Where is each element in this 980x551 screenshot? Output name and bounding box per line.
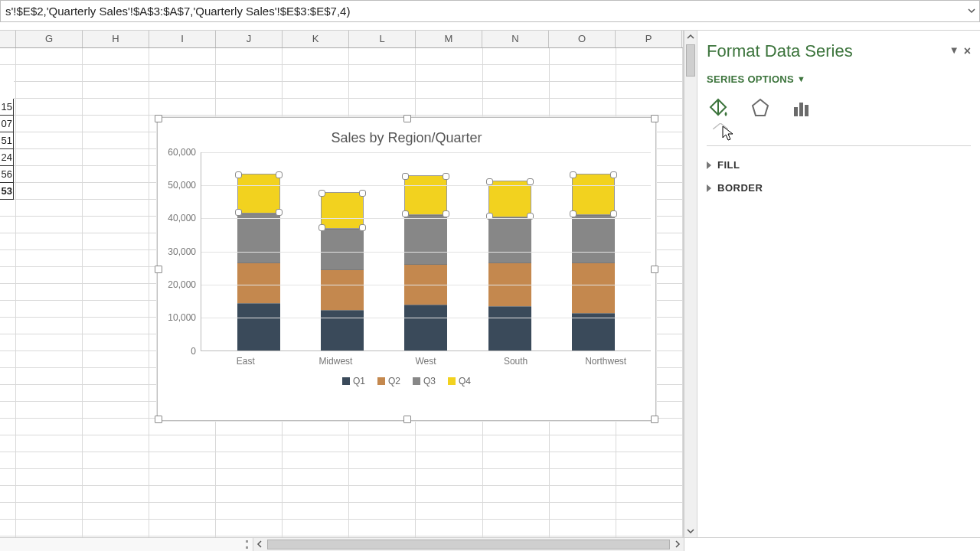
partial-left-column: 15 07 51 24 56 53: [0, 65, 14, 200]
bar-segment-q4[interactable]: [321, 192, 364, 229]
bar-segment-q3[interactable]: [237, 214, 280, 262]
bar-segment-q1[interactable]: [404, 305, 447, 350]
col-header[interactable]: M: [416, 31, 482, 47]
sheet-tab-area[interactable]: [0, 538, 253, 551]
col-header[interactable]: K: [283, 31, 349, 47]
legend-item[interactable]: Q4: [448, 376, 471, 386]
bar-segment-q4[interactable]: [572, 174, 615, 215]
x-tick-label: West: [389, 356, 462, 367]
col-header[interactable]: H: [83, 31, 149, 47]
column-headers[interactable]: G H I J K L M N O P: [0, 31, 683, 48]
y-tick-label: 50,000: [168, 180, 196, 191]
horizontal-scrollbar[interactable]: [253, 538, 684, 551]
pane-close-icon[interactable]: ×: [964, 45, 971, 57]
pane-title-row: Format Data Series ▼ ×: [707, 41, 971, 61]
bar-segment-q3[interactable]: [321, 229, 364, 269]
y-tick-label: 40,000: [168, 213, 196, 223]
formula-bar[interactable]: s'!$E$2,'Quarterly Sales'!$A$3:$A$7,'Qua…: [0, 0, 980, 22]
series-options-tab-icon[interactable]: [789, 96, 814, 120]
expand-triangle-icon: [707, 184, 711, 192]
format-tab-icons: [707, 96, 971, 134]
active-tab-indicator: [713, 123, 728, 129]
legend-label: Q4: [459, 376, 471, 386]
legend-swatch: [342, 377, 350, 385]
cell-fragment: 56: [0, 166, 14, 183]
bar-segment-q4[interactable]: [237, 174, 280, 214]
cell-fragment: 07: [0, 116, 14, 132]
cell-fragment: 15: [0, 99, 14, 116]
svg-rect-3: [805, 105, 808, 116]
header-corner: [0, 31, 16, 47]
x-tick-label: Northwest: [569, 356, 642, 367]
vertical-scrollbar[interactable]: [684, 31, 697, 537]
grid-body[interactable]: 15 07 51 24 56 53: [0, 48, 683, 537]
bar-segment-q1[interactable]: [488, 306, 531, 350]
col-header[interactable]: O: [549, 31, 616, 47]
plot-area[interactable]: [201, 152, 651, 351]
chart-object[interactable]: Sales by Region/Quarter 010,00020,00030,…: [157, 117, 656, 421]
bar-segment-q3[interactable]: [488, 217, 531, 263]
bar-segment-q4[interactable]: [404, 175, 447, 215]
x-tick-label: Midwest: [299, 356, 372, 367]
x-tick-label: East: [209, 356, 283, 367]
legend-swatch: [377, 377, 385, 385]
y-tick-label: 20,000: [168, 279, 196, 290]
x-tick-label: South: [479, 356, 553, 367]
horizontal-scroll-thumb[interactable]: [267, 540, 670, 549]
col-header[interactable]: I: [149, 31, 216, 47]
chart-legend[interactable]: Q1Q2Q3Q4: [162, 376, 651, 386]
x-axis: EastMidwestWestSouthNorthwest: [162, 351, 651, 367]
scroll-left-arrow[interactable]: [253, 538, 266, 551]
col-header[interactable]: N: [482, 31, 549, 47]
svg-rect-1: [794, 107, 798, 116]
svg-rect-2: [799, 103, 803, 116]
horizontal-scrollbar-row: [0, 537, 980, 551]
col-header[interactable]: G: [16, 31, 83, 47]
scroll-down-arrow[interactable]: [684, 525, 697, 537]
fill-line-tab-icon[interactable]: [707, 96, 731, 120]
y-tick-label: 0: [191, 346, 196, 357]
bar-segment-q2[interactable]: [237, 262, 280, 303]
pane-menu-icon[interactable]: ▼: [949, 45, 959, 57]
chart-title[interactable]: Sales by Region/Quarter: [162, 130, 651, 146]
spreadsheet-grid[interactable]: G H I J K L M N O P 15 07 51: [0, 31, 684, 537]
formula-bar-expand[interactable]: [965, 2, 978, 19]
cell-fragment: 53: [0, 183, 14, 200]
legend-label: Q2: [388, 376, 400, 386]
cell-fragment: 24: [0, 149, 14, 166]
y-tick-label: 10,000: [168, 312, 196, 323]
y-tick-label: 30,000: [168, 246, 196, 257]
legend-item[interactable]: Q1: [342, 376, 365, 386]
series-options-dropdown[interactable]: SERIES OPTIONS ▼: [707, 73, 971, 85]
series-options-label: SERIES OPTIONS: [707, 73, 794, 85]
bar-segment-q2[interactable]: [572, 262, 615, 313]
y-axis: 010,00020,00030,00040,00050,00060,000: [162, 152, 201, 351]
fill-section[interactable]: FILL: [707, 154, 971, 177]
legend-swatch: [413, 377, 420, 385]
legend-label: Q1: [353, 376, 365, 386]
fill-label: FILL: [717, 159, 740, 171]
legend-item[interactable]: Q2: [377, 376, 400, 386]
expand-triangle-icon: [707, 161, 711, 169]
scroll-right-arrow[interactable]: [671, 538, 684, 551]
scroll-thumb[interactable]: [686, 44, 695, 77]
pane-title: Format Data Series: [707, 41, 853, 61]
pane-divider: [707, 145, 971, 146]
border-section[interactable]: BORDER: [707, 177, 971, 200]
col-header[interactable]: P: [616, 31, 682, 47]
y-tick-label: 60,000: [168, 147, 196, 158]
format-data-series-pane: Format Data Series ▼ × SERIES OPTIONS ▼: [697, 31, 980, 537]
legend-item[interactable]: Q3: [413, 376, 436, 386]
bar-segment-q2[interactable]: [321, 269, 364, 310]
bar-segment-q3[interactable]: [404, 215, 447, 264]
col-header[interactable]: J: [216, 31, 283, 47]
scroll-up-arrow[interactable]: [684, 31, 697, 43]
cell-fragment: 51: [0, 132, 14, 149]
bar-segment-q1[interactable]: [321, 310, 364, 350]
bar-segment-q1[interactable]: [237, 303, 280, 350]
legend-label: Q3: [423, 376, 436, 386]
col-header[interactable]: L: [349, 31, 416, 47]
effects-tab-icon[interactable]: [748, 96, 773, 120]
bar-segment-q4[interactable]: [488, 181, 531, 217]
bar-segment-q3[interactable]: [572, 215, 615, 262]
